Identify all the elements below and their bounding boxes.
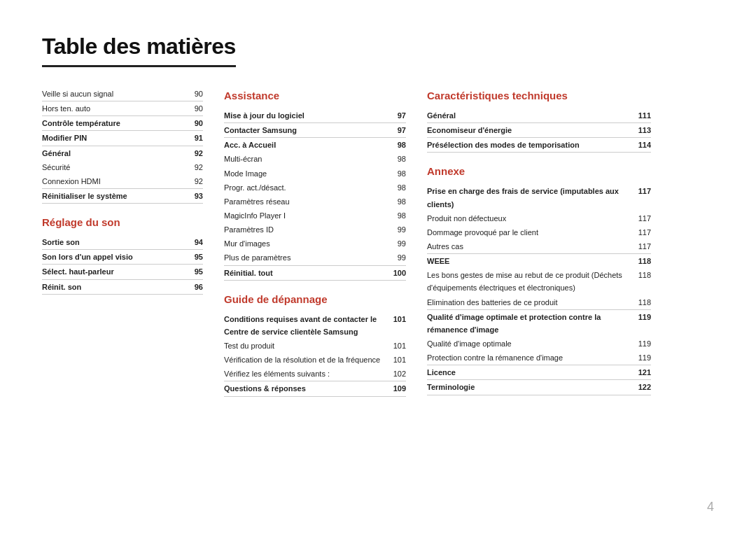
toc-label: Questions & réponses <box>224 382 386 395</box>
toc-label: Sécurité <box>42 161 183 174</box>
toc-label: Elimination des batteries de ce produit <box>427 296 631 309</box>
toc-label: Vérifiez les éléments suivants : <box>224 367 386 380</box>
toc-num: 94 <box>183 236 203 248</box>
toc-num: 101 <box>386 353 406 366</box>
toc-label: Général <box>427 109 631 122</box>
toc-num: 111 <box>631 109 651 122</box>
toc-num: 95 <box>183 251 203 263</box>
toc-label: Protection contre la rémanence d'image <box>427 351 631 364</box>
table-row: Elimination des batteries de ce produit1… <box>427 295 651 310</box>
toc-num: 92 <box>183 161 203 174</box>
son-section: Réglage du son Sortie son94Son lors d'un… <box>42 216 203 295</box>
table-row: Plus de paramètres99 <box>224 251 406 265</box>
table-row: Qualité d'image optimale et protection c… <box>427 310 651 337</box>
table-row: Questions & réponses109 <box>224 381 406 396</box>
toc-num: 117 <box>631 185 651 197</box>
table-row: Réinitial. tout100 <box>224 266 406 281</box>
toc-num: 98 <box>386 167 406 180</box>
toc-num: 113 <box>631 124 651 136</box>
toc-label: Vérification de la résolution et de la f… <box>224 353 386 366</box>
toc-label: Contrôle température <box>42 117 183 129</box>
toc-num: 118 <box>631 296 651 309</box>
toc-num: 117 <box>631 212 651 225</box>
caract-section: Caractéristiques techniques Général111Ec… <box>427 90 651 153</box>
toc-label: Contacter Samsung <box>224 124 386 136</box>
toc-label: Présélection des modes de temporisation <box>427 139 631 151</box>
toc-num: 90 <box>183 102 203 115</box>
page-title-block: Table des matières <box>42 34 236 67</box>
table-row: Hors ten. auto90 <box>42 101 203 116</box>
table-row: MagicInfo Player I98 <box>224 209 406 223</box>
toc-num: 95 <box>183 265 203 278</box>
toc-num: 117 <box>631 240 651 253</box>
toc-label: Test du produit <box>224 339 386 352</box>
table-row: Connexion HDMI92 <box>42 174 203 189</box>
toc-num: 99 <box>386 237 406 250</box>
toc-label: Sélect. haut-parleur <box>42 265 183 278</box>
table-row: Multi-écran98 <box>224 152 406 166</box>
table-row: Modifier PIN91 <box>42 131 203 146</box>
toc-label: Paramètres ID <box>224 223 386 236</box>
table-row: Licence121 <box>427 365 651 380</box>
toc-columns: Veille si aucun signal90Hors ten. auto90… <box>42 87 714 409</box>
toc-num: 100 <box>386 267 406 279</box>
table-row: WEEE118 <box>427 254 651 268</box>
table-row: Conditions requises avant de contacter l… <box>224 312 406 339</box>
toc-label: Sortie son <box>42 236 183 248</box>
toc-num: 97 <box>386 124 406 136</box>
page: Table des matières Veille si aucun signa… <box>0 0 756 534</box>
table-row: Autres cas117 <box>427 239 651 254</box>
table-row: Mise à jour du logiciel97 <box>224 108 406 123</box>
table-row: Vérification de la résolution et de la f… <box>224 353 406 367</box>
toc-num: 90 <box>183 87 203 100</box>
toc-num: 122 <box>631 381 651 393</box>
toc-label: Produit non défectueux <box>427 212 631 225</box>
table-row: Paramètres réseau98 <box>224 195 406 209</box>
guide-section: Guide de dépannage Conditions requises a… <box>224 293 406 397</box>
table-row: Acc. à Accueil98 <box>224 138 406 152</box>
toc-label: Connexion HDMI <box>42 175 183 188</box>
col1-top-section: Veille si aucun signal90Hors ten. auto90… <box>42 87 203 204</box>
guide-heading: Guide de dépannage <box>224 293 406 305</box>
annexe-section: Annexe Prise en charge des frais de serv… <box>427 165 651 395</box>
table-row: Sécurité92 <box>42 160 203 174</box>
assistance-heading: Assistance <box>224 90 406 101</box>
page-number: 4 <box>707 500 714 514</box>
toc-num: 119 <box>631 311 651 323</box>
table-row: Général111 <box>427 108 651 123</box>
toc-num: 109 <box>386 382 406 395</box>
toc-label: WEEE <box>427 255 631 267</box>
toc-num: 102 <box>386 367 406 380</box>
toc-label: Mise à jour du logiciel <box>224 109 386 122</box>
toc-label: Economiseur d'énergie <box>427 124 631 136</box>
assistance-section: Assistance Mise à jour du logiciel97Cont… <box>224 90 406 281</box>
toc-num: 121 <box>631 366 651 379</box>
toc-num: 114 <box>631 139 651 151</box>
toc-num: 98 <box>386 209 406 222</box>
table-row: Dommage provoqué par le client117 <box>427 225 651 239</box>
table-row: Economiseur d'énergie113 <box>427 123 651 138</box>
toc-label: Son lors d'un appel visio <box>42 251 183 263</box>
table-row: Produit non défectueux117 <box>427 211 651 225</box>
toc-num: 101 <box>386 313 406 325</box>
toc-label: Modifier PIN <box>42 132 183 144</box>
table-row: Prise en charge des frais de service (im… <box>427 184 651 211</box>
toc-label: Général <box>42 147 183 160</box>
toc-label: Acc. à Accueil <box>224 139 386 151</box>
page-title: Table des matières <box>42 34 236 59</box>
table-row: Général92 <box>42 146 203 160</box>
annexe-heading: Annexe <box>427 165 651 177</box>
toc-num: 99 <box>386 223 406 236</box>
table-row: Terminologie122 <box>427 380 651 395</box>
table-row: Protection contre la rémanence d'image11… <box>427 351 651 365</box>
table-row: Réinitialiser le système93 <box>42 189 203 204</box>
toc-label: Mur d'images <box>224 237 386 250</box>
toc-label: Licence <box>427 366 631 379</box>
toc-num: 119 <box>631 337 651 350</box>
toc-label: Hors ten. auto <box>42 102 183 115</box>
toc-num: 98 <box>386 139 406 151</box>
toc-num: 117 <box>631 226 651 239</box>
table-row: Contacter Samsung97 <box>224 123 406 138</box>
toc-label: Réinit. son <box>42 281 183 293</box>
toc-num: 98 <box>386 153 406 165</box>
